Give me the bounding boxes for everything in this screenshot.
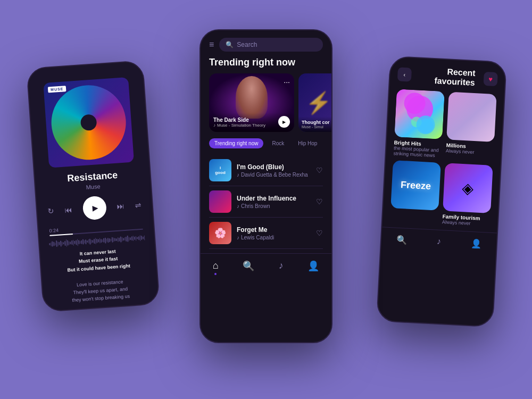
- song-thumb-influence: [209, 190, 231, 213]
- prev-button[interactable]: ⏮: [64, 205, 72, 214]
- right-nav-search[interactable]: 🔍: [396, 235, 408, 245]
- filter-electro[interactable]: Electro: [326, 138, 331, 148]
- song-item-forgetme[interactable]: 🌸 Forget Me ♪ Lewis Capaldi ♡: [209, 218, 323, 249]
- right-nav-music[interactable]: ♪: [437, 237, 442, 247]
- next-button[interactable]: ⏭: [117, 202, 124, 211]
- fav-item-millions[interactable]: Millions Always never: [445, 92, 496, 161]
- album-art: MUSE: [43, 77, 134, 168]
- nav-active-dot: [214, 273, 217, 275]
- song-list: igood I'm Good (Blue) ♪ David Guetta & B…: [201, 155, 331, 249]
- search-icon: 🔍: [226, 41, 234, 48]
- favourite-heart-button[interactable]: ♥: [484, 72, 498, 86]
- right-phone: ‹ Recent favourites ♥ Bright Hits the mo…: [376, 56, 507, 328]
- nav-music[interactable]: ♪: [279, 260, 284, 275]
- left-phone: MUSE Resistance Muse ↻ ⏮ ⏭ ⇌ 0:24: [26, 60, 160, 312]
- filter-rock[interactable]: Rock: [267, 138, 289, 148]
- song-artist-influence: ♪ Chris Brown: [237, 203, 311, 209]
- search-bar[interactable]: 🔍 Search: [219, 38, 323, 52]
- song-artist-igood: ♪ David Guetta & Bebe Rexha: [237, 172, 311, 178]
- lyrics: It can never last Must erase it fast But…: [48, 245, 151, 305]
- bottom-nav: ⌂ 🔍 ♪ 👤: [201, 253, 331, 281]
- filter-hiphop[interactable]: Hip Hop: [293, 138, 322, 148]
- fav-item-freeze[interactable]: Freeze: [390, 160, 441, 225]
- second-card-sub: Muse - Simul: [302, 125, 331, 129]
- shuffle-button[interactable]: ⇌: [135, 201, 142, 210]
- favourites-grid: Bright Hits the most popular and strikin…: [383, 89, 504, 228]
- freeze-art: Freeze: [390, 160, 441, 211]
- progress-fill: [49, 234, 73, 236]
- bright-hits-art: [394, 89, 445, 139]
- song-artist-forgetme: ♪ Lewis Capaldi: [237, 235, 311, 240]
- featured-card-secondary[interactable]: Thought cor Muse - Simul: [298, 73, 331, 132]
- repeat-button[interactable]: ↻: [48, 206, 55, 215]
- second-card-overlay: Thought cor Muse - Simul: [298, 117, 331, 132]
- trending-title: Trending right now: [201, 57, 331, 73]
- family-icon: ◈: [462, 179, 475, 197]
- freeze-text: Freeze: [400, 179, 431, 192]
- progress-bar[interactable]: 0:24: [49, 222, 143, 236]
- featured-card-main[interactable]: ··· The Dark Side ♪ Muse - Simulation Th…: [209, 73, 294, 132]
- second-card-title: Thought cor: [302, 120, 331, 125]
- song-title-igood: I'm Good (Blue): [237, 163, 311, 171]
- filter-trending[interactable]: Trending right now: [209, 138, 263, 148]
- song-info-influence: Under the Influence ♪ Chris Brown: [237, 195, 311, 209]
- heart-igood[interactable]: ♡: [316, 166, 323, 174]
- heart-influence[interactable]: ♡: [316, 197, 323, 206]
- millions-art: [446, 92, 497, 142]
- nav-home[interactable]: ⌂: [213, 260, 219, 275]
- song-title-influence: Under the Influence: [237, 195, 311, 202]
- song-title-forgetme: Forget Me: [237, 226, 311, 234]
- song-info-igood: I'm Good (Blue) ♪ David Guetta & Bebe Re…: [237, 163, 311, 178]
- trending-cards: ··· The Dark Side ♪ Muse - Simulation Th…: [201, 73, 331, 138]
- song-thumb-igood: igood: [209, 159, 231, 181]
- fav-item-bright-hits[interactable]: Bright Hits the most popular and strikin…: [393, 89, 444, 159]
- song-item-influence[interactable]: Under the Influence ♪ Chris Brown ♡: [209, 186, 323, 218]
- song-info-forgetme: Forget Me ♪ Lewis Capaldi: [237, 226, 311, 240]
- song-thumb-forgetme: 🌸: [209, 222, 231, 244]
- right-bottom-nav: 🔍 ♪ 👤: [381, 227, 497, 256]
- nav-search[interactable]: 🔍: [243, 260, 254, 275]
- center-header: ≡ 🔍 Search: [201, 30, 331, 57]
- menu-icon[interactable]: ≡: [209, 40, 214, 49]
- more-options-icon[interactable]: ···: [284, 78, 290, 86]
- nav-profile[interactable]: 👤: [307, 260, 319, 275]
- right-nav-profile[interactable]: 👤: [470, 238, 481, 249]
- playback-controls: ↻ ⏮ ⏭ ⇌: [37, 192, 153, 223]
- filter-tabs: Trending right now Rock Hip Hop Electro: [201, 138, 331, 155]
- play-button[interactable]: [82, 195, 107, 220]
- card-play-button[interactable]: ▶: [278, 116, 290, 128]
- fav-item-family-tourism[interactable]: ◈ Family tourism Always never: [442, 163, 493, 227]
- search-placeholder: Search: [237, 41, 257, 48]
- song-item-igood[interactable]: igood I'm Good (Blue) ♪ David Guetta & B…: [209, 155, 323, 186]
- album-vinyl: [49, 83, 128, 162]
- bright-hits-sublabel: the most popular and striking music news: [393, 145, 442, 159]
- waveform: [49, 234, 145, 248]
- center-phone: ≡ 🔍 Search Trending right now ··· The Da…: [200, 29, 332, 343]
- heart-forgetme[interactable]: ♡: [316, 229, 323, 237]
- family-art: ◈: [443, 163, 493, 213]
- album-label: MUSE: [48, 86, 66, 93]
- back-button[interactable]: ‹: [397, 67, 412, 81]
- right-title: Recent favourites: [434, 66, 476, 88]
- right-header: ‹ Recent favourites ♥: [389, 57, 506, 95]
